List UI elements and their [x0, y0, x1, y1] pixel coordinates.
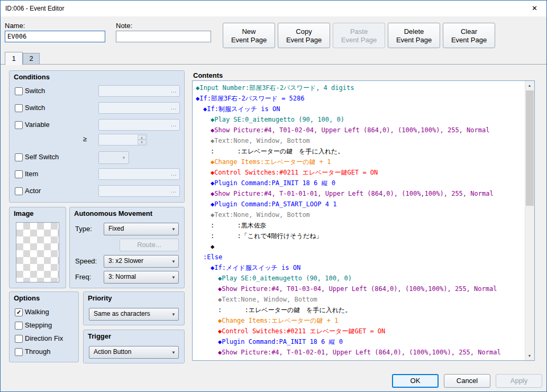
variable-checkbox[interactable]	[15, 121, 23, 129]
event-command-line[interactable]: : :エレベーターの鍵 を手に入れた。	[193, 146, 525, 157]
direction-fix-checkbox[interactable]	[15, 335, 23, 343]
contents-listbox[interactable]: ◆Input Number:部屋3F右-2パスワード, 4 digits◆If:…	[192, 80, 535, 361]
event-command-line[interactable]: ◆Control Switches:#0211 エレベーター鍵GET = ON	[193, 167, 525, 178]
self-switch-checkbox[interactable]	[15, 153, 23, 161]
note-label: Note:	[116, 22, 132, 30]
trigger-combo[interactable]: Action Button ▼	[89, 346, 179, 359]
event-command-line[interactable]: ◆Show Picture:#4, T-01-02-01, Upper Left…	[193, 347, 525, 358]
variable-field[interactable]: …	[98, 119, 180, 131]
image-title: Image	[14, 209, 34, 217]
event-command-line[interactable]: ◆Input Number:部屋3F右-2パスワード, 4 digits	[193, 83, 525, 93]
direction-fix-label: Direction Fix	[25, 334, 63, 342]
gte-operator-label: ≥	[78, 135, 87, 143]
stepping-checkbox[interactable]	[15, 322, 23, 330]
event-command-line[interactable]: ◆	[193, 241, 525, 252]
movement-type-combo[interactable]: Fixed ▼	[104, 223, 179, 235]
combo-value: Same as characters	[94, 310, 150, 317]
button-label: Event Page	[341, 36, 377, 44]
image-group: Image	[9, 207, 66, 288]
spin-up-icon[interactable]: ▲	[138, 135, 146, 140]
event-image-selector[interactable]	[16, 222, 59, 282]
button-label: Clear	[461, 28, 477, 35]
button-label: Paste	[350, 28, 368, 35]
variable-value-spinner[interactable]: ▲▼	[98, 134, 147, 145]
event-command-line[interactable]: ◆Play SE:0_aitemugetto (90, 100, 0)	[193, 114, 525, 125]
item-field[interactable]: …	[98, 168, 180, 180]
button-label: Event Page	[451, 36, 487, 44]
event-command-line[interactable]: ◆Change Items:エレベーターの鍵 + 1	[193, 315, 525, 326]
new-event-page-button[interactable]: New Event Page	[223, 23, 275, 48]
switch1-field[interactable]: …	[98, 85, 180, 97]
trigger-group: Trigger Action Button ▼	[83, 330, 185, 363]
event-command-line[interactable]: ◆Text:None, Window, Bottom	[193, 294, 525, 305]
delete-event-page-button[interactable]: Delete Event Page	[388, 23, 440, 48]
scroll-up-icon: ▲	[528, 84, 532, 87]
dropdown-arrow-icon: ▼	[171, 275, 176, 280]
close-button[interactable]: ✕	[523, 1, 546, 16]
clear-event-page-button[interactable]: Clear Event Page	[443, 23, 495, 48]
event-command-line[interactable]: : :黒木佐奈	[193, 220, 525, 231]
button-label: Event Page	[286, 36, 322, 44]
through-label: Through	[25, 348, 50, 355]
dropdown-arrow-icon: ▼	[171, 350, 176, 355]
spin-down-icon[interactable]: ▼	[138, 140, 146, 144]
spinner-buttons[interactable]: ▲▼	[138, 135, 146, 144]
event-command-line[interactable]: ◆Control Switches:#0211 エレベーター鍵GET = ON	[193, 326, 525, 336]
self-switch-label: Self Switch	[25, 153, 59, 161]
check-icon: ✓	[16, 309, 21, 315]
name-input[interactable]	[5, 31, 105, 42]
movement-freq-combo[interactable]: 3: Normal ▼	[104, 271, 179, 284]
through-checkbox[interactable]	[15, 348, 23, 356]
event-command-line[interactable]: ◆Text:None, Window, Bottom	[193, 135, 525, 146]
autonomous-movement-group: Autonomous Movement Type: Fixed ▼ Route.…	[69, 207, 185, 288]
event-command-line[interactable]: ◆Show Picture:#4, T-01-01-01, Upper Left…	[193, 188, 525, 199]
scroll-down-button[interactable]: ▼	[525, 351, 534, 360]
event-command-line[interactable]: ◆If:メイド服スイッチ is ON	[193, 262, 525, 273]
event-command-line[interactable]: : :エレベーターの鍵 を手に入れた。	[193, 305, 525, 315]
contents-title: Contents	[193, 71, 223, 79]
event-command-line[interactable]: ◆Plugin Command:PA_START_LOOP 4 1	[193, 199, 525, 209]
priority-group: Priority Same as characters ▼	[83, 291, 185, 325]
event-command-line[interactable]: ◆Change Items:エレベーターの鍵 + 1	[193, 157, 525, 167]
item-label: Item	[25, 170, 38, 178]
switch1-checkbox[interactable]	[15, 87, 23, 95]
tab-page-2[interactable]: 2	[23, 53, 40, 65]
scrollbar-thumb[interactable]	[526, 90, 534, 206]
actor-checkbox[interactable]	[15, 187, 23, 195]
event-command-line[interactable]: ◆If:部屋3F右-2パスワード = 5286	[193, 93, 525, 104]
combo-value: 3: x2 Slower	[108, 257, 143, 265]
conditions-group: Conditions Switch … Switch … Variable … …	[9, 70, 185, 203]
event-editor-window: ID:006 - Event Editor ✕ Name: Note: New …	[0, 0, 547, 392]
movement-speed-combo[interactable]: 3: x2 Slower ▼	[104, 255, 179, 268]
event-command-line[interactable]: ◆Plugin Command:PA_INIT 18 6 縦 0	[193, 336, 525, 347]
actor-field[interactable]: …	[98, 185, 180, 197]
priority-combo[interactable]: Same as characters ▼	[89, 308, 179, 321]
event-command-line[interactable]: ◆Show Picture:#4, T01-03-04, Upper Left …	[193, 284, 525, 294]
item-checkbox[interactable]	[15, 170, 23, 178]
event-command-line[interactable]: ◆Show Picture:#4, T01-02-04, Upper Left …	[193, 125, 525, 135]
ok-button[interactable]: OK	[392, 374, 439, 388]
movement-title: Autonomous Movement	[74, 209, 152, 217]
stepping-label: Stepping	[25, 321, 52, 329]
browse-ellipsis-icon: …	[170, 87, 177, 94]
tab-page-1[interactable]: 1	[5, 52, 23, 65]
walking-label: Walking	[25, 308, 49, 316]
switch1-label: Switch	[25, 87, 45, 95]
vertical-scrollbar[interactable]: ▲ ▼	[525, 81, 534, 360]
titlebar[interactable]: ID:006 - Event Editor ✕	[1, 1, 546, 16]
event-command-line[interactable]: ◆If:制服スイッチ is ON	[193, 104, 525, 114]
scroll-up-button[interactable]: ▲	[525, 81, 534, 90]
note-input[interactable]	[116, 31, 211, 42]
cancel-button[interactable]: Cancel	[444, 374, 490, 388]
self-switch-combo[interactable]: ▼	[98, 151, 129, 164]
event-command-line[interactable]: :Else	[193, 252, 525, 262]
event-command-line[interactable]: ◆Play SE:0_aitemugetto (90, 100, 0)	[193, 273, 525, 284]
event-command-line[interactable]: : :「これで4階行けそうだね」	[193, 231, 525, 241]
switch2-field[interactable]: …	[98, 102, 180, 114]
contents-lines[interactable]: ◆Input Number:部屋3F右-2パスワード, 4 digits◆If:…	[193, 81, 525, 360]
event-command-line[interactable]: ◆Plugin Command:PA_INIT 18 6 縦 0	[193, 178, 525, 188]
switch2-checkbox[interactable]	[15, 104, 23, 112]
walking-checkbox[interactable]: ✓	[15, 308, 23, 316]
event-command-line[interactable]: ◆Text:None, Window, Bottom	[193, 209, 525, 220]
copy-event-page-button[interactable]: Copy Event Page	[278, 23, 330, 48]
